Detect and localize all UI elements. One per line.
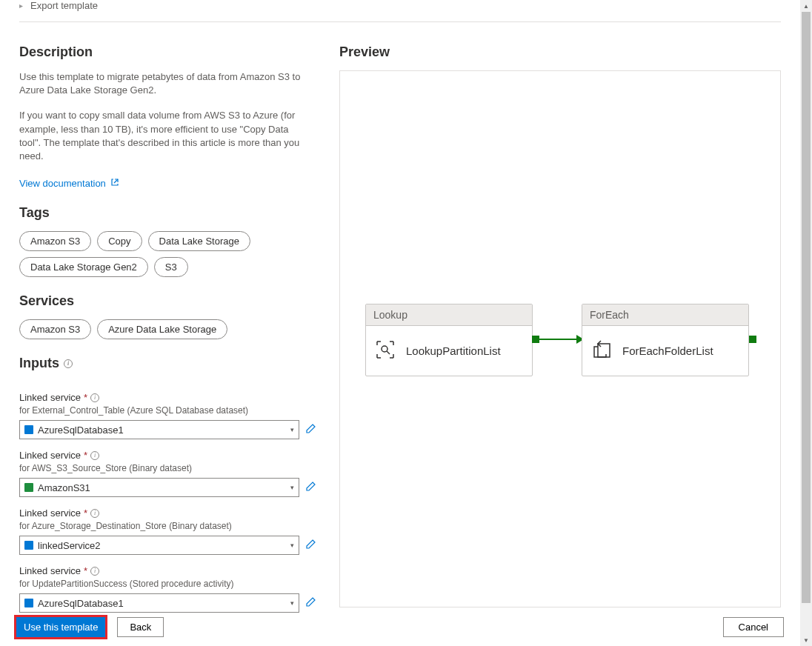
tag-data-lake-storage-gen2[interactable]: Data Lake Storage Gen2	[19, 257, 148, 277]
divider	[19, 21, 781, 22]
svg-point-0	[382, 346, 387, 352]
field-linked-service-3: Linked service * i for UpdatePartitionSu…	[19, 565, 316, 613]
edit-icon[interactable]	[305, 424, 316, 436]
field-sub-2: for Azure_Storage_Destination_Store (Bin…	[19, 521, 316, 531]
amazon-s3-icon	[24, 483, 33, 492]
breadcrumb[interactable]: ▸ Export template	[19, 0, 781, 11]
field-label-3: Linked service	[19, 565, 81, 576]
lookup-icon	[375, 339, 396, 362]
field-linked-service-0: Linked service * i for External_Control_…	[19, 392, 316, 439]
info-icon[interactable]: i	[90, 509, 99, 518]
node-lookup-title: LookupPartitionList	[406, 344, 501, 357]
scroll-down-arrow-icon[interactable]: ▼	[800, 634, 812, 646]
services-heading: Services	[19, 293, 316, 309]
description-heading: Description	[19, 44, 316, 60]
field-linked-service-2: Linked service * i for Azure_Storage_Des…	[19, 507, 316, 555]
required-asterisk: *	[84, 565, 87, 576]
scroll-thumb[interactable]	[802, 12, 811, 603]
footer: Use this template Back Cancel	[0, 607, 800, 646]
use-this-template-button[interactable]: Use this template	[16, 617, 105, 637]
cancel-button[interactable]: Cancel	[723, 617, 784, 637]
foreach-icon	[591, 339, 612, 362]
tags-heading: Tags	[19, 205, 316, 221]
tag-s3[interactable]: S3	[154, 257, 188, 277]
field-label-1: Linked service	[19, 450, 81, 461]
edit-icon[interactable]	[305, 539, 316, 552]
info-icon[interactable]: i	[64, 359, 73, 368]
dd-value-2: linkedService2	[38, 540, 286, 551]
field-label-0: Linked service	[19, 392, 81, 403]
field-sub-1: for AWS_S3_Source_Store (Binary dataset)	[19, 463, 316, 473]
edit-icon[interactable]	[305, 482, 316, 494]
linked-service-dropdown-0[interactable]: AzureSqlDatabase1 ▾	[19, 420, 299, 439]
tag-data-lake-storage[interactable]: Data Lake Storage	[148, 231, 250, 251]
scrollbar[interactable]: ▲ ▼	[800, 0, 812, 646]
field-sub-3: for UpdatePartitionSuccess (Stored proce…	[19, 579, 316, 589]
connector	[532, 338, 584, 341]
sql-database-icon	[24, 599, 33, 607]
linked-service-dropdown-1[interactable]: AmazonS31 ▾	[19, 478, 299, 497]
scroll-up-arrow-icon[interactable]: ▲	[800, 0, 812, 12]
field-linked-service-1: Linked service * i for AWS_S3_Source_Sto…	[19, 450, 316, 497]
preview-canvas[interactable]: Lookup LookupPartitionList	[339, 70, 781, 607]
tag-copy[interactable]: Copy	[97, 231, 142, 251]
chevron-down-icon: ▾	[290, 599, 294, 607]
node-lookup-type: Lookup	[366, 304, 532, 326]
node-foreach-title: ForEachFolderList	[622, 344, 713, 357]
linked-service-dropdown-2[interactable]: linkedService2 ▾	[19, 536, 299, 555]
storage-icon	[24, 541, 33, 550]
field-sub-0: for External_Control_Table (Azure SQL Da…	[19, 405, 316, 416]
info-icon[interactable]: i	[90, 393, 99, 402]
service-adls[interactable]: Azure Data Lake Storage	[97, 319, 227, 339]
sql-database-icon	[24, 425, 33, 434]
dd-value-0: AzureSqlDatabase1	[38, 424, 286, 436]
connector-endpoint	[749, 336, 756, 343]
node-lookup[interactable]: Lookup LookupPartitionList	[365, 304, 533, 376]
inputs-heading-row: Inputs i	[19, 356, 73, 371]
back-button[interactable]: Back	[117, 617, 164, 637]
doc-link-label: View documentation	[19, 178, 106, 189]
inputs-heading: Inputs	[19, 356, 59, 371]
required-asterisk: *	[84, 507, 87, 519]
node-foreach-type: ForEach	[582, 304, 748, 326]
view-documentation-link[interactable]: View documentation	[19, 178, 119, 189]
chevron-down-icon: ▾	[290, 484, 294, 491]
description-text-2: If you want to copy small data volume fr…	[19, 109, 308, 163]
chevron-down-icon: ▾	[290, 426, 294, 433]
external-link-icon	[110, 178, 119, 189]
field-label-2: Linked service	[19, 507, 81, 519]
node-foreach[interactable]: ForEach ForEachFolderList	[582, 304, 749, 376]
info-icon[interactable]: i	[90, 567, 99, 576]
dd-value-1: AmazonS31	[38, 482, 286, 493]
tags-row: Amazon S3 Copy Data Lake Storage Data La…	[19, 231, 316, 277]
service-amazon-s3[interactable]: Amazon S3	[19, 319, 91, 339]
description-text-1: Use this template to migrate petabytes o…	[19, 70, 308, 97]
required-asterisk: *	[84, 450, 87, 461]
services-row: Amazon S3 Azure Data Lake Storage	[19, 319, 316, 339]
info-icon[interactable]: i	[90, 451, 99, 460]
chevron-right-icon: ▸	[19, 1, 23, 10]
tag-amazon-s3[interactable]: Amazon S3	[19, 231, 91, 251]
chevron-down-icon: ▾	[290, 542, 294, 549]
required-asterisk: *	[84, 392, 87, 403]
preview-heading: Preview	[339, 44, 781, 60]
export-template-label: Export template	[30, 0, 98, 11]
